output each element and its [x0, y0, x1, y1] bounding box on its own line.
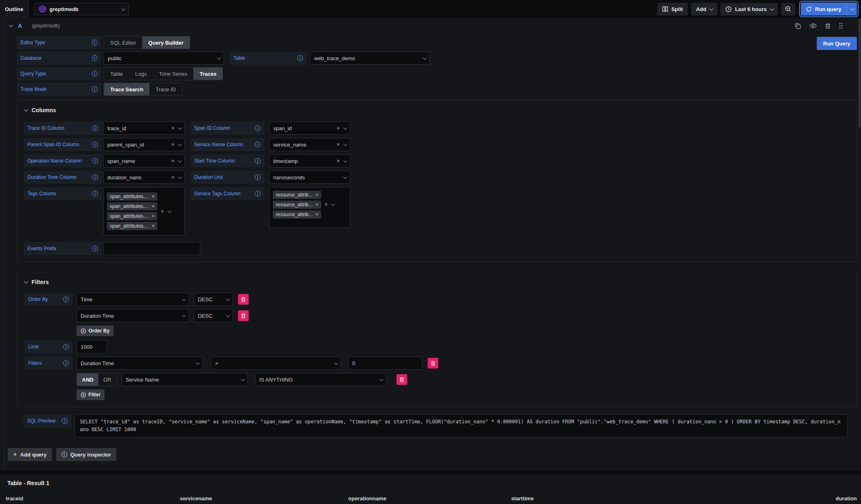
filter-field-select[interactable]: Duration Time [77, 357, 203, 370]
order-by-field-select[interactable]: Time [77, 293, 189, 306]
duration-time-column-select[interactable]: duration_nano × [103, 171, 185, 184]
duplicate-query-icon[interactable] [795, 23, 801, 29]
remove-chip-icon[interactable]: × [315, 192, 318, 197]
info-icon[interactable]: i [255, 158, 261, 164]
info-icon[interactable]: i [255, 142, 261, 147]
clear-icon[interactable]: × [171, 142, 174, 147]
filter-operator-select[interactable]: IS ANYTHING [255, 373, 387, 386]
operation-name-column-select[interactable]: span_name × [103, 154, 185, 167]
trace-mode-trace-id[interactable]: Trace ID [150, 83, 182, 95]
service-tags-column-multiselect[interactable]: resource_attrib...× resource_attrib...× … [269, 187, 350, 228]
info-icon[interactable]: i [92, 40, 97, 45]
remove-chip-icon[interactable]: × [152, 214, 154, 219]
limit-input[interactable]: 1000 [77, 340, 107, 353]
info-icon[interactable]: i [255, 125, 261, 131]
info-icon[interactable]: i [255, 191, 261, 197]
remove-chip-icon[interactable]: × [152, 224, 154, 228]
run-query-button[interactable]: Run query [801, 2, 846, 16]
info-icon[interactable]: i [92, 191, 98, 197]
remove-chip-icon[interactable]: × [152, 204, 154, 209]
duration-unit-select[interactable]: nanoseconds [269, 171, 350, 184]
info-icon[interactable]: i [92, 125, 98, 131]
info-icon: i [61, 452, 67, 457]
remove-chip-icon[interactable]: × [315, 202, 318, 207]
filters-section-header[interactable]: Filters [24, 277, 850, 286]
filter-field-select[interactable]: Service Name [122, 373, 248, 386]
query-type-time-series[interactable]: Time Series [153, 68, 193, 80]
service-name-column-select[interactable]: service_name × [269, 138, 350, 151]
column-header-traceid[interactable]: traceid [0, 492, 174, 504]
remove-order-by-button[interactable] [238, 294, 249, 305]
query-type-logs[interactable]: Logs [129, 68, 153, 80]
query-inspector-button[interactable]: i Query inspector [56, 448, 117, 461]
collapse-query-icon[interactable] [9, 23, 13, 27]
info-icon[interactable]: i [92, 55, 97, 61]
clear-icon[interactable]: × [171, 158, 174, 164]
clear-icon[interactable]: × [337, 125, 340, 131]
outline-button[interactable]: Outline [0, 0, 29, 18]
trace-mode-trace-search[interactable]: Trace Search [104, 83, 150, 95]
tags-column-multiselect[interactable]: span_attributes....× span_attributes....… [103, 187, 185, 235]
order-by-direction-select[interactable]: DESC [194, 309, 233, 322]
trace-id-column-select[interactable]: trace_id × [103, 122, 185, 135]
drag-handle-icon[interactable] [839, 23, 843, 29]
info-icon[interactable]: i [92, 86, 97, 92]
info-icon[interactable]: i [92, 174, 98, 180]
info-icon[interactable]: i [62, 418, 68, 424]
info-icon[interactable]: i [255, 174, 261, 180]
remove-order-by-button[interactable] [238, 310, 249, 321]
columns-section-header[interactable]: Columns [24, 105, 850, 114]
column-header-starttime[interactable]: starttime [505, 492, 678, 504]
info-icon[interactable]: i [92, 246, 98, 251]
info-icon[interactable]: i [92, 71, 97, 77]
time-range-picker[interactable]: Last 6 hours [721, 3, 777, 16]
info-icon[interactable]: i [297, 55, 303, 61]
remove-filter-button[interactable] [397, 374, 407, 385]
clear-all-icon[interactable]: × [324, 201, 328, 207]
editor-type-sql-editor[interactable]: SQL Editor [104, 36, 142, 49]
collapse-columns-icon [24, 108, 28, 112]
add-query-button[interactable]: + Add query [8, 448, 52, 461]
datasource-picker[interactable]: greptimedb [34, 3, 129, 15]
info-icon[interactable]: i [92, 142, 98, 147]
column-header-operationname[interactable]: operationname [342, 492, 505, 504]
clear-icon[interactable]: × [171, 174, 174, 180]
query-type-table[interactable]: Table [104, 68, 129, 80]
column-header-duration[interactable]: duration [678, 492, 861, 504]
disable-query-eye-icon[interactable] [809, 23, 817, 29]
remove-chip-icon[interactable]: × [315, 212, 318, 217]
editor-type-query-builder[interactable]: Query Builder [142, 36, 190, 49]
remove-filter-button[interactable] [428, 358, 438, 368]
span-id-column-select[interactable]: span_id × [269, 122, 350, 135]
info-icon[interactable]: i [92, 158, 98, 164]
run-query-options-button[interactable] [846, 2, 857, 16]
add-filter-button[interactable]: Filter [77, 389, 104, 400]
clear-icon[interactable]: × [337, 158, 340, 164]
and-option[interactable]: AND [77, 373, 98, 386]
info-icon[interactable]: i [63, 296, 69, 302]
query-type-traces[interactable]: Traces [193, 68, 222, 80]
table-select[interactable]: web_trace_demo [310, 52, 430, 65]
delete-query-trash-icon[interactable] [825, 23, 831, 29]
split-button[interactable]: Split [657, 3, 688, 16]
or-option[interactable]: OR [98, 373, 116, 386]
remove-chip-icon[interactable]: × [152, 194, 154, 199]
order-by-field-select[interactable]: Duration Time [77, 309, 189, 322]
events-prefix-input[interactable] [103, 242, 200, 255]
filter-value-input[interactable]: 0 [348, 357, 422, 370]
clear-icon[interactable]: × [171, 125, 174, 131]
parent-span-id-column-select[interactable]: parent_span_id × [103, 138, 185, 151]
add-dropdown-button[interactable]: Add [691, 3, 717, 16]
clear-all-icon[interactable]: × [161, 208, 164, 214]
column-header-servicename[interactable]: servicename [174, 492, 342, 504]
filter-operator-select[interactable]: > [211, 357, 341, 370]
add-order-by-button[interactable]: Order By [77, 325, 113, 336]
editor-run-query-button[interactable]: Run Query [817, 37, 857, 50]
start-time-column-select[interactable]: timestamp × [269, 154, 350, 167]
clear-icon[interactable]: × [337, 142, 340, 147]
database-select[interactable]: public [104, 52, 224, 65]
order-by-direction-select[interactable]: DESC [194, 293, 233, 306]
info-icon[interactable]: i [63, 344, 69, 350]
info-icon[interactable]: i [63, 360, 69, 366]
zoom-out-button[interactable] [781, 3, 795, 16]
